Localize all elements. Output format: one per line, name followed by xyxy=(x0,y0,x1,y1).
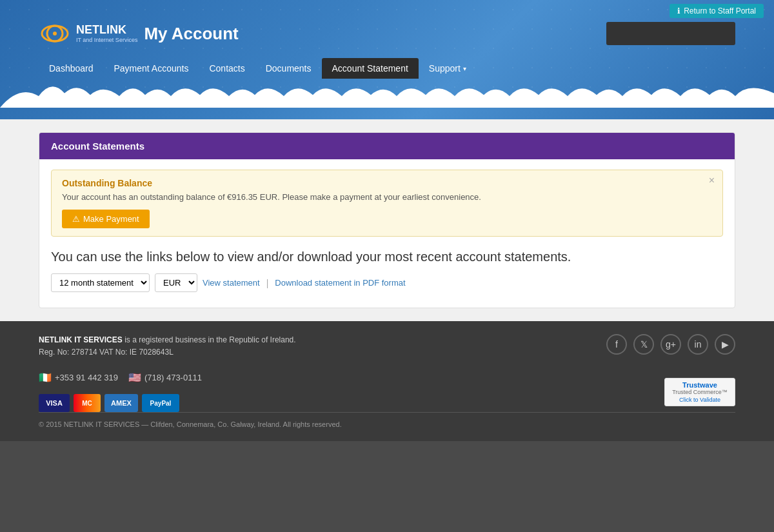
logo-sub: IT and Internet Services xyxy=(76,37,137,43)
outstanding-balance-alert: × Outstanding Balance Your account has a… xyxy=(51,170,723,237)
cloud-divider xyxy=(0,79,774,108)
nav-contacts[interactable]: Contacts xyxy=(199,58,255,79)
company-reg: Reg. No: 278714 VAT No: IE 7028643L xyxy=(39,346,296,359)
site-footer: NETLINK IT SERVICES is a registered busi… xyxy=(0,321,774,441)
footer-bottom: © 2015 NETLINK IT SERVICES — Clifden, Co… xyxy=(39,412,735,428)
payment-cards: VISA MC AMEX PayPal xyxy=(39,394,202,412)
info-icon: ℹ xyxy=(677,6,680,15)
footer-top: NETLINK IT SERVICES is a registered busi… xyxy=(39,334,735,359)
alert-message: Your account has an outstanding balance … xyxy=(62,192,712,202)
account-statements-header: Account Statements xyxy=(39,133,735,159)
trustwave-title: Trustwave xyxy=(670,381,729,389)
header-search-box xyxy=(606,22,735,45)
phone-us: 🇺🇸 (718) 473-0111 xyxy=(128,371,202,384)
view-statement-link[interactable]: View statement xyxy=(203,278,260,288)
mastercard-badge: MC xyxy=(74,394,101,412)
logo-text-area: NETLINK IT and Internet Services xyxy=(76,24,137,43)
make-payment-button[interactable]: ⚠ Make Payment xyxy=(62,210,150,228)
main-content: Account Statements × Outstanding Balance… xyxy=(0,119,774,321)
return-staff-portal-button[interactable]: ℹ Return to Staff Portal xyxy=(670,4,764,18)
nav-account-statement[interactable]: Account Statement xyxy=(322,58,419,79)
linkedin-icon[interactable]: in xyxy=(688,334,708,355)
footer-middle-row: 🇮🇪 +353 91 442 319 🇺🇸 (718) 473-0111 VIS… xyxy=(39,371,735,412)
top-bar: ℹ Return to Staff Portal xyxy=(0,0,774,22)
netlink-logo-icon xyxy=(39,23,71,45)
trustwave-sub: Trusted Commerce™ xyxy=(670,389,729,395)
ireland-flag-icon: 🇮🇪 xyxy=(39,371,52,384)
warning-icon: ⚠ xyxy=(72,214,80,224)
logo-area: NETLINK IT and Internet Services xyxy=(39,23,137,45)
svg-point-2 xyxy=(53,32,57,35)
footer-phones: 🇮🇪 +353 91 442 319 🇺🇸 (718) 473-0111 xyxy=(39,371,202,384)
facebook-icon[interactable]: f xyxy=(606,334,627,355)
amex-card-badge: AMEX xyxy=(104,394,138,412)
dropdown-arrow-icon: ▾ xyxy=(463,65,466,72)
trustwave-badge[interactable]: Trustwave Trusted Commerce™ Click to Val… xyxy=(664,378,735,406)
nav-support[interactable]: Support ▾ xyxy=(419,58,477,79)
currency-select[interactable]: EUR USD GBP xyxy=(155,273,197,292)
paypal-badge: PayPal xyxy=(142,394,179,412)
account-statements-box: Account Statements × Outstanding Balance… xyxy=(39,132,735,308)
statement-period-select[interactable]: 12 month statement 6 month statement 3 m… xyxy=(51,273,150,292)
us-flag-icon: 🇺🇸 xyxy=(128,371,141,384)
visa-card-badge: VISA xyxy=(39,394,70,412)
statement-description: You can use the links below to view and/… xyxy=(51,250,723,264)
account-statements-body: × Outstanding Balance Your account has a… xyxy=(39,159,735,308)
youtube-icon[interactable]: ▶ xyxy=(715,334,735,355)
separator: | xyxy=(266,278,269,288)
footer-social-links: f 𝕏 g+ in ▶ xyxy=(606,334,735,355)
site-header: ℹ Return to Staff Portal NETLINK IT and … xyxy=(0,0,774,119)
nav-dashboard[interactable]: Dashboard xyxy=(39,58,104,79)
company-name: NETLINK IT SERVICES xyxy=(39,335,123,344)
logo-name: NETLINK xyxy=(76,24,137,37)
twitter-icon[interactable]: 𝕏 xyxy=(633,334,654,355)
footer-company-info: NETLINK IT SERVICES is a registered busi… xyxy=(39,334,296,359)
page-title: My Account xyxy=(144,24,238,44)
alert-title: Outstanding Balance xyxy=(62,178,712,188)
download-pdf-link[interactable]: Download statement in PDF format xyxy=(275,278,405,288)
nav-documents[interactable]: Documents xyxy=(255,58,322,79)
footer-left: 🇮🇪 +353 91 442 319 🇺🇸 (718) 473-0111 VIS… xyxy=(39,371,202,412)
trustwave-link: Click to Validate xyxy=(670,397,729,403)
alert-close-button[interactable]: × xyxy=(709,175,715,186)
nav-payment-accounts[interactable]: Payment Accounts xyxy=(104,58,199,79)
google-plus-icon[interactable]: g+ xyxy=(660,334,681,355)
statement-controls: 12 month statement 6 month statement 3 m… xyxy=(51,273,723,292)
phone-ireland: 🇮🇪 +353 91 442 319 xyxy=(39,371,118,384)
main-nav: Dashboard Payment Accounts Contacts Docu… xyxy=(0,53,774,79)
header-content: NETLINK IT and Internet Services My Acco… xyxy=(0,22,774,45)
